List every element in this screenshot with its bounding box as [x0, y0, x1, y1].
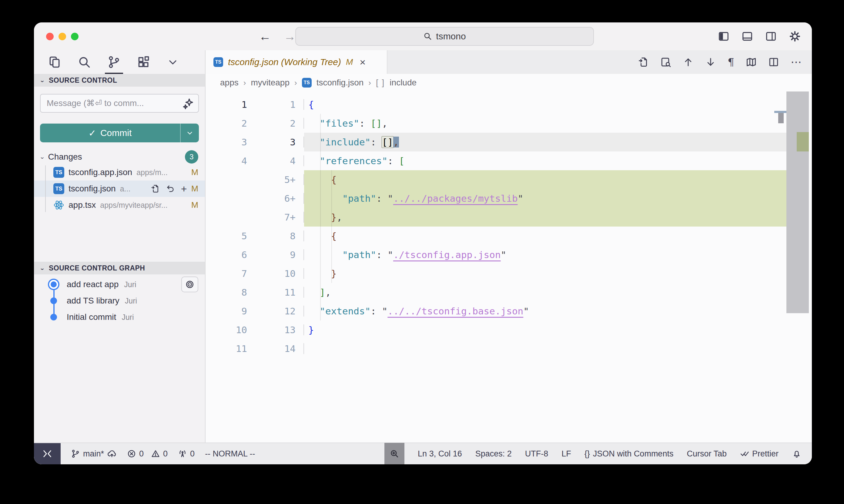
scrollbar-thumb[interactable] — [787, 91, 809, 313]
code-line[interactable]: 710 } — [206, 264, 812, 283]
branch-indicator[interactable]: main* — [71, 449, 117, 458]
code-token — [308, 156, 320, 166]
encoding-indicator[interactable]: UTF-8 — [525, 449, 548, 458]
code-lines: 11{22 "files": [],33 "include": [],44 "r… — [206, 95, 812, 358]
whitespace-toggle-icon[interactable]: ¶ — [728, 56, 734, 68]
code-token — [308, 174, 331, 185]
eol-indicator[interactable]: LF — [562, 449, 571, 458]
command-center-search[interactable]: tsmono — [295, 27, 594, 46]
search-value: tsmono — [436, 31, 466, 41]
discard-changes-icon[interactable] — [166, 184, 175, 193]
problems-indicator[interactable]: 0 0 — [127, 449, 168, 458]
code-token — [308, 231, 331, 241]
commit-row[interactable]: add react app Juri — [34, 276, 205, 293]
code-line[interactable]: 811 ], — [206, 283, 812, 302]
file-name: app.tsx — [69, 200, 96, 210]
close-tab-icon[interactable]: × — [360, 56, 366, 68]
activity-bar — [34, 50, 205, 74]
language-mode-indicator[interactable]: {} JSON with Comments — [585, 449, 674, 458]
zoom-indicator[interactable] — [384, 443, 404, 464]
open-file-icon[interactable] — [638, 57, 649, 68]
code-area[interactable]: 11{22 "files": [],33 "include": [],44 "r… — [206, 91, 812, 443]
code-token: , — [337, 212, 342, 222]
indent-guide — [320, 114, 321, 321]
open-file-icon[interactable] — [151, 184, 160, 193]
map-icon[interactable] — [746, 57, 757, 68]
code-line[interactable]: 33 "include": [], — [206, 133, 812, 151]
line-number-new: 8 — [256, 231, 304, 241]
inline-view-toggle-icon[interactable] — [660, 57, 671, 68]
commit-message-input[interactable] — [40, 94, 199, 113]
cursor-tab-indicator[interactable]: Cursor Tab — [687, 449, 727, 458]
commit-row[interactable]: add TS library Juri — [34, 293, 205, 309]
back-icon[interactable]: ← — [259, 30, 271, 43]
code-line[interactable]: 11{ — [206, 95, 812, 114]
split-editor-icon[interactable] — [768, 57, 779, 68]
code-token: "path" — [342, 193, 376, 204]
code-token: , — [325, 287, 331, 298]
commit-author: Juri — [125, 296, 137, 305]
source-control-graph-header[interactable]: ⌄ SOURCE CONTROL GRAPH — [34, 262, 205, 274]
toggle-panel-icon[interactable] — [742, 31, 753, 42]
breadcrumb-apps[interactable]: apps — [220, 78, 239, 88]
indentation-indicator[interactable]: Spaces: 2 — [475, 449, 512, 458]
commit-button[interactable]: ✓ Commit — [40, 124, 199, 142]
goto-commit-button[interactable] — [181, 276, 198, 292]
more-actions-icon[interactable]: ⋯ — [791, 56, 802, 69]
source-control-view-icon[interactable] — [107, 50, 121, 74]
stage-changes-icon[interactable]: + — [181, 183, 187, 195]
warnings-count: 0 — [163, 449, 168, 458]
tab-tsconfig-working-tree[interactable]: TS tsconfig.json (Working Tree) M × — [206, 50, 387, 74]
next-change-icon[interactable] — [705, 57, 716, 68]
toggle-secondary-sidebar-icon[interactable] — [765, 31, 777, 42]
code-line[interactable]: 44 "references": [ — [206, 151, 812, 170]
file-row-tsconfig-app-json[interactable]: TS tsconfig.app.json apps/m... M — [34, 164, 205, 181]
commit-author: Juri — [124, 280, 136, 289]
close-window-button[interactable] — [46, 33, 54, 40]
breadcrumb-include[interactable]: include — [390, 78, 416, 88]
minimize-window-button[interactable] — [58, 33, 66, 40]
code-line[interactable]: 58 { — [206, 227, 812, 245]
cursor-position-indicator[interactable]: Ln 3, Col 16 — [418, 449, 462, 458]
code-line[interactable]: 22 "files": [], — [206, 114, 812, 133]
previous-change-icon[interactable] — [683, 57, 694, 68]
code-line[interactable]: 7+ }, — [206, 208, 812, 227]
code-line[interactable]: 1114 — [206, 339, 812, 358]
more-views-chevron-icon[interactable] — [167, 50, 179, 74]
code-line[interactable]: 912 "extends": "../../tsconfig.base.json… — [206, 302, 812, 321]
formatter-indicator[interactable]: Prettier — [740, 449, 778, 458]
changes-header[interactable]: ⌄ Changes 3 — [34, 150, 205, 164]
explorer-icon[interactable] — [48, 50, 61, 74]
vim-mode-indicator[interactable]: -- NORMAL -- — [205, 449, 255, 458]
maximize-window-button[interactable] — [71, 33, 79, 40]
search-view-icon[interactable] — [77, 50, 91, 74]
vscode-window: ← → tsmono ⌄ SOURCE CONTROL — [34, 22, 812, 464]
breadcrumb-tsconfig[interactable]: tsconfig.json — [316, 78, 364, 88]
bell-icon[interactable] — [792, 449, 802, 458]
extensions-icon[interactable] — [137, 50, 150, 74]
titlebar: ← → tsmono — [34, 22, 812, 50]
breadcrumb-myviteapp[interactable]: myviteapp — [251, 78, 290, 88]
code-line[interactable]: 69 "path": "./tsconfig.app.json" — [206, 245, 812, 264]
file-name: tsconfig.json — [69, 184, 116, 194]
code-token — [308, 118, 320, 129]
editor-actions: ¶ ⋯ — [638, 50, 812, 74]
code-line[interactable]: 5+ { — [206, 170, 812, 189]
status-bar: main* 0 0 0 -- NORMAL -- Ln 3, Col 16 Sp… — [34, 443, 812, 464]
file-path: apps/myviteapp/sr... — [100, 201, 167, 210]
code-token: } — [308, 324, 314, 335]
commit-row[interactable]: Initial commit Juri — [34, 309, 205, 325]
file-row-app-tsx[interactable]: app.tsx apps/myviteapp/sr... M — [34, 197, 205, 213]
code-line[interactable]: 6+ "path": "../../packages/mytslib" — [206, 189, 812, 208]
source-control-section-header[interactable]: ⌄ SOURCE CONTROL — [34, 74, 205, 87]
settings-gear-icon[interactable] — [789, 30, 801, 42]
code-line-content: } — [304, 264, 792, 283]
file-row-tsconfig-json[interactable]: TS tsconfig.json a... + M — [34, 181, 205, 197]
remote-indicator[interactable] — [34, 443, 61, 464]
toggle-primary-sidebar-icon[interactable] — [718, 31, 729, 42]
commit-dropdown-button[interactable] — [180, 124, 199, 142]
ports-indicator[interactable]: 0 — [178, 449, 195, 458]
sparkle-ai-icon[interactable] — [182, 97, 194, 111]
forward-icon[interactable]: → — [284, 30, 296, 43]
code-line[interactable]: 1013} — [206, 321, 812, 339]
